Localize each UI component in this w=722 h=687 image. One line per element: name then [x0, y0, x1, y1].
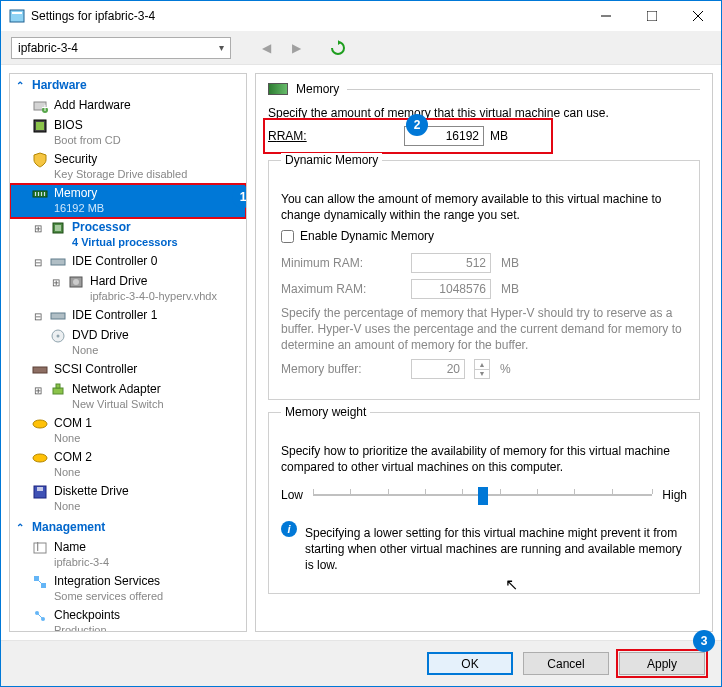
svg-line-35	[39, 581, 41, 583]
svg-point-28	[33, 454, 47, 462]
svg-rect-1	[12, 12, 22, 14]
max-ram-input	[411, 279, 491, 299]
section-hardware[interactable]: ⌃Hardware	[10, 74, 246, 96]
sidebar-item-com1[interactable]: COM 1None	[10, 414, 246, 448]
svg-point-27	[33, 420, 47, 428]
sidebar-item-ide0[interactable]: ⊟ IDE Controller 0	[10, 252, 246, 272]
sidebar-item-ide1[interactable]: ⊟ IDE Controller 1	[10, 306, 246, 326]
titlebar: Settings for ipfabric-3-4	[1, 1, 721, 31]
settings-icon	[9, 8, 25, 24]
weight-info-text: Specifying a lower setting for this virt…	[305, 525, 687, 573]
controller-icon	[50, 308, 66, 324]
expand-icon[interactable]: ⊞	[32, 221, 44, 236]
info-icon: i	[281, 521, 297, 537]
memory-weight-legend: Memory weight	[281, 405, 370, 419]
com-port-icon	[32, 416, 48, 432]
refresh-button[interactable]	[327, 37, 349, 59]
svg-rect-25	[53, 388, 63, 394]
svg-rect-18	[51, 259, 65, 265]
settings-panel: Memory Specify the amount of memory that…	[255, 73, 713, 632]
toolbar: ipfabric-3-4 ▾ ◀ ▶	[1, 31, 721, 65]
vm-selector-dropdown[interactable]: ipfabric-3-4 ▾	[11, 37, 231, 59]
panel-title: Memory	[296, 82, 339, 96]
close-button[interactable]	[675, 1, 721, 31]
sidebar-item-checkpoints[interactable]: CheckpointsProduction	[10, 606, 246, 632]
diskette-icon	[32, 484, 48, 500]
svg-rect-13	[38, 192, 39, 196]
nav-forward-button[interactable]: ▶	[285, 37, 307, 59]
annotation-badge-1: 1	[232, 186, 247, 208]
enable-dynamic-label: Enable Dynamic Memory	[300, 229, 434, 243]
buffer-label: Memory buffer:	[281, 362, 401, 376]
svg-rect-26	[56, 384, 60, 388]
maximize-button[interactable]	[629, 1, 675, 31]
memory-icon	[32, 186, 48, 202]
shield-icon	[32, 152, 48, 168]
max-ram-unit: MB	[501, 282, 519, 296]
sidebar-item-network-adapter[interactable]: ⊞ Network AdapterNew Virtual Switch	[10, 380, 246, 414]
sidebar-item-memory[interactable]: Memory16192 MB 1	[10, 184, 246, 218]
sidebar-item-security[interactable]: SecurityKey Storage Drive disabled	[10, 150, 246, 184]
com-port-icon	[32, 450, 48, 466]
checkpoints-icon	[32, 608, 48, 624]
section-management[interactable]: ⌃Management	[10, 516, 246, 538]
enable-dynamic-checkbox[interactable]	[281, 230, 294, 243]
sidebar-item-name[interactable]: I Nameipfabric-3-4	[10, 538, 246, 572]
sidebar-item-integration[interactable]: Integration ServicesSome services offere…	[10, 572, 246, 606]
svg-text:+: +	[41, 101, 48, 114]
slider-thumb[interactable]	[478, 487, 488, 505]
controller-icon	[50, 254, 66, 270]
chevron-down-icon: ▾	[219, 42, 224, 53]
nav-back-button[interactable]: ◀	[255, 37, 277, 59]
cancel-button[interactable]: Cancel	[523, 652, 609, 675]
sidebar-item-dvd-drive[interactable]: DVD DriveNone	[10, 326, 246, 360]
buffer-unit: %	[500, 362, 511, 376]
sidebar-item-scsi[interactable]: SCSI Controller	[10, 360, 246, 380]
svg-rect-10	[36, 122, 44, 130]
processor-icon	[50, 220, 66, 236]
min-ram-unit: MB	[501, 256, 519, 270]
buffer-input	[411, 359, 465, 379]
scsi-icon	[32, 362, 48, 378]
svg-rect-17	[55, 225, 61, 231]
svg-rect-21	[51, 313, 65, 319]
sidebar-item-diskette[interactable]: Diskette DriveNone	[10, 482, 246, 516]
sidebar-item-hard-drive[interactable]: ⊞ Hard Driveipfabric-3-4-0-hyperv.vhdx	[10, 272, 246, 306]
vm-selector-value: ipfabric-3-4	[18, 41, 78, 55]
dynamic-memory-group: Dynamic Memory You can allow the amount …	[268, 160, 700, 400]
settings-tree[interactable]: ⌃Hardware + Add Hardware BIOSBoot from C…	[9, 73, 247, 632]
expand-icon[interactable]: ⊞	[32, 383, 44, 398]
svg-line-38	[37, 613, 43, 619]
sidebar-item-processor[interactable]: ⊞ Processor4 Virtual processors	[10, 218, 246, 252]
ram-label: RRAM:RAM:	[268, 129, 398, 143]
buffer-spinner: ▲▼	[474, 359, 490, 379]
sidebar-item-add-hardware[interactable]: + Add Hardware	[10, 96, 246, 116]
annotation-badge-3: 3	[693, 630, 715, 652]
weight-desc: Specify how to prioritize the availabili…	[281, 443, 687, 475]
svg-rect-30	[37, 487, 43, 491]
dvd-icon	[50, 328, 66, 344]
svg-rect-12	[35, 192, 36, 196]
window-title: Settings for ipfabric-3-4	[31, 9, 583, 23]
minimize-button[interactable]	[583, 1, 629, 31]
svg-point-20	[73, 279, 79, 285]
apply-button[interactable]: Apply	[619, 652, 705, 675]
integration-icon	[32, 574, 48, 590]
panel-description: Specify the amount of memory that this v…	[268, 106, 700, 120]
collapse-icon[interactable]: ⊟	[32, 309, 44, 324]
svg-rect-3	[647, 11, 657, 21]
buffer-desc: Specify the percentage of memory that Hy…	[281, 305, 687, 353]
dynamic-memory-legend: Dynamic Memory	[281, 153, 382, 167]
weight-slider[interactable]	[313, 485, 652, 505]
sidebar-item-bios[interactable]: BIOSBoot from CD	[10, 116, 246, 150]
dynamic-memory-desc: You can allow the amount of memory avail…	[281, 191, 687, 223]
expand-icon[interactable]: ⊞	[50, 275, 62, 290]
sidebar-item-com2[interactable]: COM 2None	[10, 448, 246, 482]
annotation-badge-2: 2	[406, 114, 428, 136]
collapse-icon: ⌃	[16, 522, 28, 533]
ok-button[interactable]: OK	[427, 652, 513, 675]
max-ram-label: Maximum RAM:	[281, 282, 401, 296]
svg-rect-34	[41, 583, 46, 588]
collapse-icon[interactable]: ⊟	[32, 255, 44, 270]
svg-rect-14	[41, 192, 42, 196]
